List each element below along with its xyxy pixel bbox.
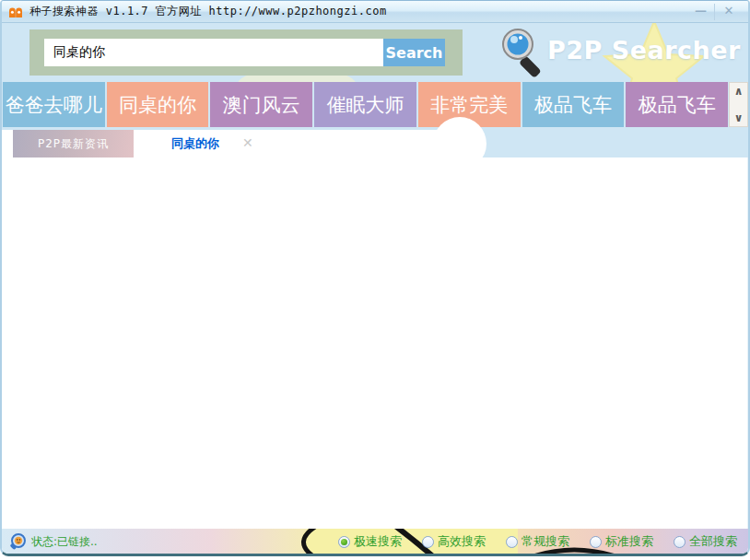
hot-keyword-button[interactable]: 极品飞车	[522, 82, 625, 127]
radio-icon[interactable]	[590, 536, 602, 548]
minimize-button[interactable]: —	[687, 4, 715, 20]
decor-white-circle	[433, 117, 486, 170]
search-input[interactable]	[44, 39, 383, 66]
search-button[interactable]: Search	[383, 39, 445, 66]
keyword-scrollbar[interactable]: ∧ ∨	[729, 82, 748, 127]
tab-close-icon[interactable]: ✕	[242, 135, 253, 150]
window-title: 种子搜索神器 v1.1.7 官方网址 http://www.p2pzhongzi…	[29, 4, 387, 19]
hot-keywords-row: 爸爸去哪儿 同桌的你 澳门风云 催眠大师 非常完美 极品飞车 极品飞车 ∧ ∨	[2, 82, 748, 130]
tab-active-search[interactable]: 同桌的你	[157, 130, 234, 158]
magnifier-icon	[499, 26, 547, 79]
search-panel: Search	[29, 29, 463, 76]
scroll-down-icon[interactable]: ∨	[734, 113, 744, 122]
hot-keyword-button[interactable]: 爸爸去哪儿	[3, 82, 105, 127]
header: Search P2P Searcher	[2, 23, 748, 82]
search-mode-option[interactable]: 标准搜索	[590, 533, 653, 550]
connection-status-text: 状态:已链接..	[31, 534, 98, 550]
scroll-up-icon[interactable]: ∧	[734, 87, 744, 96]
brand-text: P2P Searcher	[547, 36, 741, 64]
status-magnifier-icon	[9, 533, 27, 551]
radio-icon[interactable]	[674, 536, 686, 548]
close-button[interactable]: ✕	[715, 4, 743, 20]
tab-p2p-news[interactable]: P2P最新资讯	[13, 130, 134, 158]
tabbar-blue-background	[463, 130, 748, 158]
hot-keyword-button[interactable]: 同桌的你	[107, 82, 209, 127]
app-window: 种子搜索神器 v1.1.7 官方网址 http://www.p2pzhongzi…	[0, 0, 750, 556]
radio-icon[interactable]	[422, 536, 434, 548]
radio-icon[interactable]	[506, 536, 518, 548]
hot-keyword-button[interactable]: 澳门风云	[210, 82, 312, 127]
title-bar: 种子搜索神器 v1.1.7 官方网址 http://www.p2pzhongzi…	[2, 1, 748, 23]
search-mode-option[interactable]: 高效搜索	[422, 533, 486, 550]
status-bar: 状态:已链接.. 极速搜索 高效搜索 常规搜索 标准搜索 全部搜索	[2, 529, 748, 554]
results-area	[2, 158, 748, 529]
tab-bar: P2P最新资讯 同桌的你 ✕	[2, 130, 748, 158]
search-mode-option[interactable]: 常规搜索	[506, 533, 569, 550]
hot-keyword-button[interactable]: 催眠大师	[314, 82, 416, 127]
search-mode-group: 极速搜索 高效搜索 常规搜索 标准搜索 全部搜索	[338, 533, 741, 550]
radio-icon[interactable]	[338, 536, 350, 548]
app-logo-icon	[7, 5, 24, 19]
search-mode-option[interactable]: 极速搜索	[338, 533, 402, 550]
search-mode-option[interactable]: 全部搜索	[674, 533, 737, 550]
hot-keyword-button[interactable]: 极品飞车	[626, 82, 728, 127]
